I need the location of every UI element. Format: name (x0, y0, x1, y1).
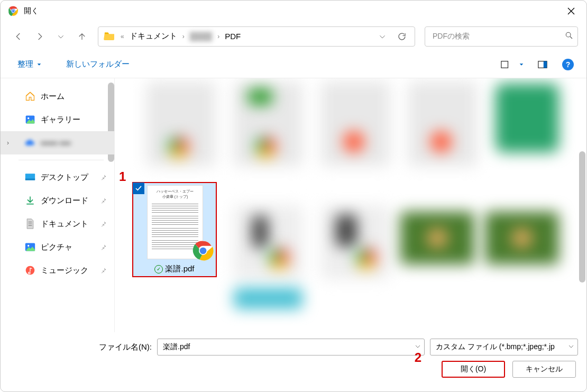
close-button[interactable] (559, 1, 583, 22)
view-mode-button[interactable] (497, 56, 515, 74)
footer: ファイル名(N): 楽譜.pdf カスタム ファイル (*.bmp;*.jpeg… (1, 332, 586, 391)
chevron-right-icon: › (180, 33, 187, 40)
svg-point-18 (200, 248, 207, 254)
cloud-icon (25, 138, 35, 148)
open-button[interactable]: 開く(O) (442, 361, 505, 378)
chrome-icon (192, 240, 214, 261)
file-name: 楽譜.pdf (133, 264, 216, 274)
file-icon-blurred (427, 227, 448, 249)
downloads-icon (25, 195, 35, 206)
file-icon-blurred (268, 248, 289, 269)
search-placeholder: PDFの検索 (433, 32, 565, 41)
file-list[interactable]: 1 ハッセーベス・エプー小楽章 (トップ) 楽譜.pdf (115, 78, 586, 332)
search-input[interactable]: PDFの検索 (425, 26, 578, 47)
sidebar-item-onedrive[interactable]: › •••••• •••• (1, 131, 114, 154)
preview-pane-button[interactable] (534, 56, 552, 74)
content-scrollbar[interactable] (579, 151, 585, 282)
filename-input[interactable]: 楽譜.pdf (157, 339, 425, 355)
address-bar[interactable]: « ドキュメント › ████ › PDF (98, 26, 415, 47)
open-dialog: 開く « ドキュメント › ████ › PDF PDFの検索 (0, 0, 587, 392)
pin-icon (100, 196, 107, 205)
sidebar: ホーム ギャラリー › •••••• •••• デスクトップ ダウンロード (1, 78, 115, 332)
chevron-right-icon: › (7, 139, 9, 147)
up-button[interactable] (72, 27, 91, 46)
svg-rect-6 (501, 61, 508, 68)
callout-1: 1 (119, 169, 126, 184)
view-mode-chevron[interactable] (517, 56, 526, 74)
new-folder-button[interactable]: 新しいフォルダー (62, 57, 134, 71)
chevron-down-icon[interactable] (373, 33, 391, 40)
search-icon (565, 31, 573, 41)
toolbar: 整理 新しいフォルダー ? (1, 51, 586, 78)
chevron-down-icon[interactable] (568, 343, 574, 351)
file-icon-blurred (255, 136, 276, 158)
pin-icon (100, 266, 107, 275)
pin-icon (100, 173, 107, 182)
file-icon-blurred (343, 131, 364, 152)
svg-rect-8 (544, 61, 547, 68)
cancel-button[interactable]: キャンセル (512, 361, 576, 378)
svg-point-4 (12, 10, 14, 12)
gallery-icon (25, 114, 35, 125)
sidebar-item-music[interactable]: ミュージック (1, 259, 114, 282)
sidebar-item-home[interactable]: ホーム (1, 85, 114, 108)
pictures-icon (25, 242, 35, 252)
sidebar-item-desktop[interactable]: デスクトップ (1, 166, 114, 189)
folder-icon (104, 31, 115, 42)
help-button[interactable]: ? (559, 56, 577, 74)
refresh-button[interactable] (391, 32, 412, 41)
checkbox-checked-icon[interactable] (133, 183, 144, 194)
filename-label: ファイル名(N): (94, 342, 152, 352)
body: ホーム ギャラリー › •••••• •••• デスクトップ ダウンロード (1, 78, 586, 332)
svg-point-14 (27, 245, 29, 247)
sidebar-item-gallery[interactable]: ギャラリー (1, 108, 114, 131)
documents-icon (25, 218, 35, 229)
filetype-select[interactable]: カスタム ファイル (*.bmp;*.jpeg;*.jp (430, 339, 578, 355)
svg-rect-12 (25, 179, 35, 180)
window-title: 開く (24, 6, 559, 16)
file-item-selected[interactable]: ハッセーベス・エプー小楽章 (トップ) 楽譜.pdf (132, 182, 217, 277)
file-item-blurred (408, 81, 477, 166)
music-icon (25, 265, 35, 276)
divider (19, 160, 104, 160)
file-icon-blurred (252, 216, 268, 248)
callout-2: 2 (415, 350, 421, 365)
file-icon-blurred (430, 131, 452, 152)
file-item-blurred (234, 205, 302, 279)
organize-menu[interactable]: 整理 (13, 57, 46, 71)
sync-ok-icon (154, 265, 163, 274)
chevron-right-icon: › (215, 33, 222, 40)
path-segment[interactable]: ドキュメント (126, 31, 180, 41)
file-item-blurred (321, 81, 390, 166)
path-separator: « (118, 33, 126, 40)
home-icon (25, 91, 35, 102)
back-button[interactable] (9, 27, 28, 46)
file-item-blurred (234, 288, 302, 309)
file-icon-blurred (511, 227, 533, 249)
file-icon-blurred (336, 215, 357, 247)
file-icon-blurred (355, 248, 377, 269)
path-segment[interactable]: PDF (222, 32, 244, 41)
chrome-icon (8, 6, 19, 16)
file-icon-blurred (168, 136, 189, 158)
svg-point-10 (27, 117, 29, 119)
svg-point-5 (566, 32, 571, 37)
recent-dropdown[interactable] (51, 27, 70, 46)
forward-button[interactable] (30, 27, 49, 46)
path-segment-hidden[interactable]: ████ (187, 32, 216, 41)
sidebar-item-downloads[interactable]: ダウンロード (1, 189, 114, 212)
file-item-blurred (496, 84, 559, 152)
sidebar-item-pictures[interactable]: ピクチャ (1, 235, 114, 259)
titlebar: 開く (1, 1, 586, 22)
sidebar-item-documents[interactable]: ドキュメント (1, 212, 114, 235)
file-icon-blurred (248, 89, 272, 105)
pin-icon (100, 220, 107, 229)
nav-row: « ドキュメント › ████ › PDF PDFの検索 (1, 22, 586, 51)
pin-icon (100, 243, 107, 252)
desktop-icon (25, 172, 35, 183)
